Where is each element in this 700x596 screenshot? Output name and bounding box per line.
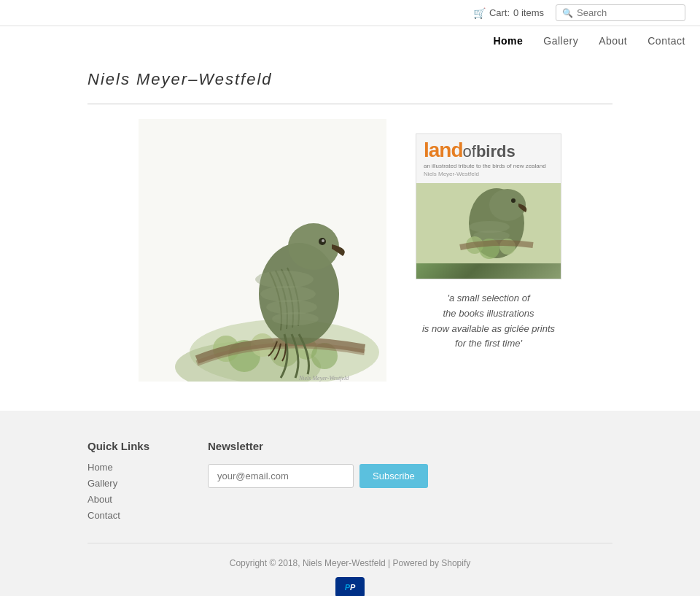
search-input[interactable] — [577, 7, 679, 18]
cart-link[interactable]: 🛒 Cart: 0 items — [473, 7, 544, 19]
footer-inner: Quick Links Home Gallery About Contact N… — [88, 440, 612, 521]
footer-link-home-anchor[interactable]: Home — [88, 462, 113, 473]
book-title-line1: landofbirds — [424, 140, 553, 161]
svg-point-13 — [255, 271, 314, 288]
footer-quick-links: Quick Links Home Gallery About Contact — [88, 440, 149, 521]
cart-label: Cart: — [489, 7, 510, 18]
subscribe-button[interactable]: Subscribe — [359, 464, 428, 488]
book-title-land: land — [424, 139, 463, 161]
site-logo: Niels Meyer–Westfeld — [88, 70, 612, 89]
search-box: 🔍 — [556, 4, 685, 21]
bird-painting-svg: Niels Meyer-Westfeld — [139, 119, 386, 382]
book-title-area: landofbirds an illustrated tribute to th… — [416, 134, 561, 183]
book-quote-line1: 'a small selection of — [422, 291, 555, 306]
site-header: Niels Meyer–Westfeld — [0, 55, 700, 96]
book-quote: 'a small selection of the books illustra… — [422, 291, 555, 352]
svg-point-12 — [322, 239, 324, 242]
email-input[interactable] — [208, 464, 354, 488]
footer-links-list: Home Gallery About Contact — [88, 461, 149, 521]
quick-links-heading: Quick Links — [88, 440, 149, 452]
book-subtitle: an illustrated tribute to the birds of n… — [424, 163, 553, 169]
nav-about[interactable]: About — [599, 35, 627, 47]
footer-newsletter: Newsletter Subscribe — [208, 440, 428, 521]
bird-painting: Niels Meyer-Westfeld — [139, 119, 386, 382]
footer-link-contact: Contact — [88, 509, 149, 521]
nav-gallery[interactable]: Gallery — [543, 35, 578, 47]
footer-link-contact-anchor[interactable]: Contact — [88, 510, 120, 521]
book-section: landofbirds an illustrated tribute to th… — [416, 119, 561, 352]
paypal-p1: P — [345, 583, 350, 592]
book-cover: landofbirds an illustrated tribute to th… — [416, 133, 561, 279]
nav-contact[interactable]: Contact — [648, 35, 685, 47]
book-quote-line2: the books illustrations — [422, 306, 555, 322]
book-cover-bird — [416, 183, 561, 263]
svg-point-21 — [511, 198, 516, 203]
book-quote-line3: is now available as giclée prints — [422, 322, 555, 337]
footer-link-about: About — [88, 493, 149, 505]
book-quote-line4: for the first time' — [422, 336, 555, 352]
book-title-birds: birds — [476, 142, 516, 160]
nav-home[interactable]: Home — [493, 35, 523, 47]
newsletter-heading: Newsletter — [208, 440, 428, 452]
cart-icon: 🛒 — [473, 7, 486, 19]
cart-count: 0 items — [513, 7, 544, 18]
footer: Quick Links Home Gallery About Contact N… — [0, 411, 700, 596]
book-image-area — [416, 183, 561, 279]
footer-link-home: Home — [88, 461, 149, 473]
svg-point-14 — [260, 286, 316, 302]
book-cover-inner: landofbirds an illustrated tribute to th… — [416, 134, 561, 279]
footer-link-gallery-anchor[interactable]: Gallery — [88, 478, 117, 489]
nav-bar: Home Gallery About Contact — [0, 26, 700, 55]
svg-point-10 — [288, 223, 339, 270]
book-author: Niels Meyer-Westfeld — [424, 171, 553, 177]
copyright: Copyright © 2018, Niels Meyer-Westfeld |… — [88, 558, 612, 568]
book-title-of: of — [463, 142, 476, 160]
footer-bottom: Copyright © 2018, Niels Meyer-Westfeld |… — [88, 543, 612, 596]
newsletter-row: Subscribe — [208, 464, 428, 488]
main-content: Niels Meyer-Westfeld landofbirds an illu… — [0, 104, 700, 396]
top-bar: 🛒 Cart: 0 items 🔍 — [0, 0, 700, 26]
paypal-p2: P — [350, 583, 355, 592]
svg-point-16 — [272, 312, 319, 325]
svg-point-15 — [266, 300, 317, 314]
paypal-badge: PP — [335, 577, 365, 596]
svg-text:Niels Meyer-Westfeld: Niels Meyer-Westfeld — [298, 375, 349, 382]
footer-link-about-anchor[interactable]: About — [88, 494, 112, 505]
search-icon: 🔍 — [562, 8, 573, 18]
footer-link-gallery: Gallery — [88, 477, 149, 489]
